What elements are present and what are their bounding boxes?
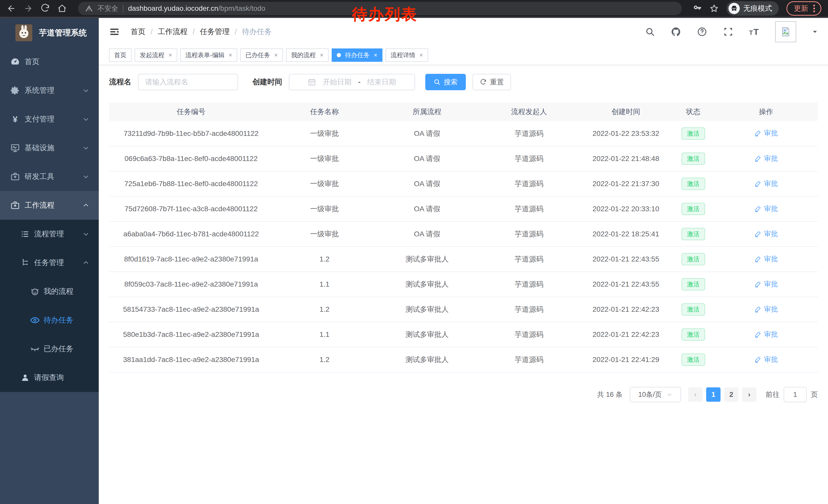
sidebar-item-home[interactable]: 首页 [0, 47, 99, 76]
chevron-up-icon [82, 259, 89, 266]
tag-start-process[interactable]: 发起流程× [135, 48, 177, 62]
page-size-select[interactable]: 10条/页 [630, 387, 681, 402]
col-actions: 操作 [714, 102, 818, 121]
security-warning-icon[interactable] [85, 5, 93, 12]
cell-task-name: 一级审批 [273, 196, 376, 222]
approve-button[interactable]: 审批 [754, 154, 778, 163]
cell-task-name: 1.1 [273, 322, 376, 347]
table-row: 580e1b3d-7ac8-11ec-a9e2-a2380e71991a 1.1… [109, 322, 818, 347]
date-range-picker[interactable]: 开始日期 - 结束日期 [289, 74, 415, 90]
sidebar-item-infrastructure[interactable]: 基础设施 [0, 134, 99, 162]
sidebar-item-my-process[interactable]: 我的流程 [0, 277, 99, 306]
close-icon[interactable]: × [419, 51, 423, 59]
sidebar-item-label: 请假查询 [34, 372, 64, 383]
tag-todo-tasks[interactable]: 待办任务× [332, 48, 382, 62]
process-name-label: 流程名 [109, 77, 131, 87]
cell-created: 2022-01-22 18:25:41 [580, 222, 672, 246]
tag-process-detail[interactable]: 流程详情× [385, 48, 428, 62]
goto-label: 前往 [766, 390, 780, 399]
goto-page-input[interactable] [784, 387, 807, 402]
reload-icon[interactable] [41, 4, 50, 13]
home-icon[interactable] [57, 4, 67, 13]
approve-button[interactable]: 审批 [754, 305, 778, 314]
cell-task-id: 381aa1dd-7ac8-11ec-a9e2-a2380e71991a [109, 347, 273, 372]
tag-done-tasks[interactable]: 已办任务× [240, 48, 283, 62]
refresh-icon [480, 79, 487, 86]
close-icon[interactable]: × [320, 51, 324, 59]
app-logo-row[interactable]: 芋道管理系统 [0, 18, 99, 47]
tag-form-edit[interactable]: 流程表单-编辑× [180, 48, 237, 62]
sidebar-item-system[interactable]: 系统管理 [0, 76, 99, 105]
sidebar-item-leave-query[interactable]: 请假查询 [0, 363, 99, 392]
page-button-1[interactable]: 1 [706, 387, 720, 402]
approve-button[interactable]: 审批 [754, 204, 778, 213]
cell-task-id: 725a1eb6-7b88-11ec-8ef0-acde48001122 [109, 171, 273, 196]
tag-label: 已办任务 [245, 51, 270, 59]
bookmark-star-icon[interactable] [709, 4, 719, 13]
update-label: 更新 [794, 4, 808, 13]
sidebar-item-process-management[interactable]: 流程管理 [0, 220, 99, 248]
browser-menu-dots-icon [813, 4, 816, 13]
sidebar-item-workflow[interactable]: 工作流程 [0, 191, 99, 220]
approve-button[interactable]: 审批 [754, 330, 778, 339]
edit-pencil-icon [754, 230, 761, 237]
help-icon[interactable] [697, 27, 707, 37]
prev-page-button[interactable]: ‹ [688, 387, 703, 402]
process-name-input[interactable] [138, 74, 238, 90]
forward-icon[interactable] [24, 4, 33, 13]
font-size-icon[interactable]: TT [749, 27, 759, 37]
sidebar-item-done-tasks[interactable]: 已办任务 [0, 334, 99, 363]
approve-button[interactable]: 审批 [754, 179, 778, 188]
cell-task-id: 58154733-7ac8-11ec-a9e2-a2380e71991a [109, 297, 273, 322]
breadcrumb-task-management[interactable]: 任务管理 [200, 27, 230, 37]
col-task-id: 任务编号 [109, 102, 273, 121]
reset-button-label: 重置 [490, 78, 504, 87]
cell-process: OA 请假 [376, 171, 479, 196]
start-date-placeholder: 开始日期 [323, 77, 351, 87]
table-row: 73211d9d-7b9b-11ec-b5b7-acde48001122 一级审… [109, 121, 818, 146]
close-icon[interactable]: × [229, 51, 232, 59]
tag-home[interactable]: 首页 [109, 48, 132, 62]
sidebar-item-payment[interactable]: ¥ 支付管理 [0, 105, 99, 134]
avatar[interactable] [775, 21, 796, 42]
sidebar-item-label: 待办任务 [44, 315, 73, 325]
tag-my-process[interactable]: 我的流程× [286, 48, 329, 62]
key-icon[interactable] [693, 4, 702, 13]
close-icon[interactable]: × [274, 51, 278, 59]
collapse-sidebar-icon[interactable] [109, 27, 120, 37]
sidebar-item-dev-tools[interactable]: 研发工具 [0, 162, 99, 191]
approve-button[interactable]: 审批 [754, 279, 778, 289]
breadcrumb-home[interactable]: 首页 [131, 27, 146, 37]
search-icon[interactable] [645, 27, 655, 37]
navbar: 首页 / 工作流程 / 任务管理 / 待办任务 TT [99, 18, 828, 46]
edit-pencil-icon [754, 155, 761, 162]
github-icon[interactable] [671, 27, 681, 37]
breadcrumb-workflow[interactable]: 工作流程 [158, 27, 188, 37]
caret-down-icon[interactable] [812, 29, 818, 35]
cell-process: 测试多审批人 [376, 322, 479, 347]
close-icon[interactable]: × [374, 51, 377, 59]
approve-button[interactable]: 审批 [754, 254, 778, 264]
search-button[interactable]: 搜索 [425, 74, 466, 90]
close-icon[interactable]: × [169, 51, 172, 59]
gear-icon [9, 86, 21, 95]
next-page-button[interactable]: › [742, 387, 756, 402]
approve-button[interactable]: 审批 [754, 129, 778, 138]
cell-task-name: 一级审批 [273, 146, 376, 171]
approve-button[interactable]: 审批 [754, 229, 778, 238]
page-unit-label: 页 [811, 390, 818, 399]
fullscreen-icon[interactable] [723, 27, 733, 37]
approve-label: 审批 [764, 154, 778, 163]
update-button[interactable]: 更新 [786, 1, 821, 16]
sidebar-item-task-management[interactable]: 任务管理 [0, 248, 99, 277]
edit-pencil-icon [754, 280, 761, 288]
security-label[interactable]: 不安全 [97, 4, 118, 13]
reset-button[interactable]: 重置 [472, 74, 511, 90]
back-icon[interactable] [7, 4, 16, 13]
sidebar-item-todo-tasks[interactable]: 待办任务 [0, 306, 99, 334]
approve-button[interactable]: 审批 [754, 355, 778, 364]
edit-pencil-icon [754, 255, 761, 263]
total-count: 共 16 条 [597, 390, 623, 399]
page-button-2[interactable]: 2 [724, 387, 739, 402]
workflow-submenu: 流程管理 任务管理 我的流程 待办任务 已办任务 请假查询 [0, 220, 99, 392]
